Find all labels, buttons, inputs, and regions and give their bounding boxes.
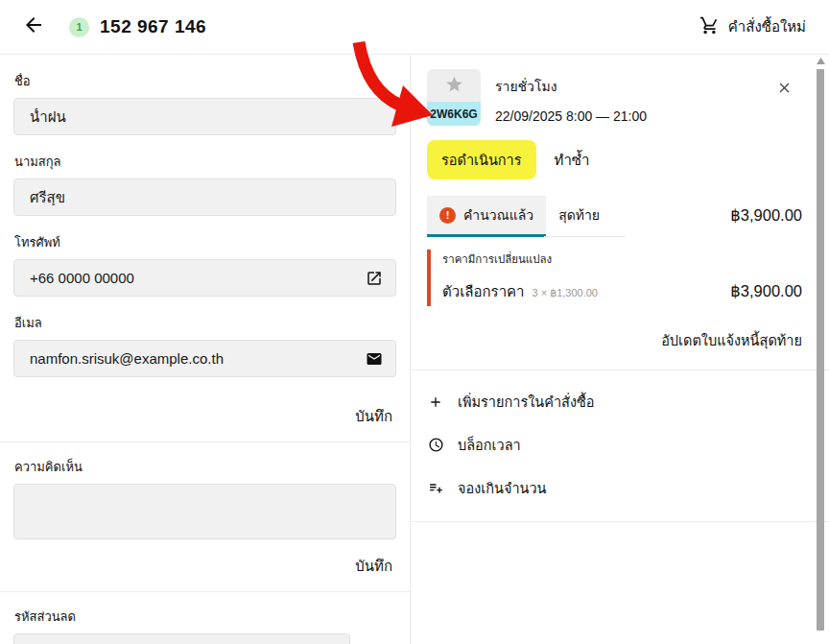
update-invoice-button[interactable]: อัปเดตใบแจ้งหนี้สุดท้าย (427, 329, 804, 351)
line-item-row: ตัวเลือกราคา 3 × ฿1,300.00 ฿3,900.00 (442, 280, 804, 303)
discount-section: รหัสส่วนลด ใช้ (13, 592, 396, 644)
last-name-input[interactable] (30, 189, 383, 205)
save-comment-button[interactable]: บันทึก (355, 555, 392, 578)
overbook-label: จองเกินจำนวน (458, 477, 547, 499)
save-contact-button[interactable]: บันทึก (355, 405, 392, 428)
booking-code-badge: 2W6K6G (427, 102, 481, 126)
divider (411, 370, 829, 370)
booking-thumbnail[interactable]: 2W6K6G (427, 69, 481, 126)
block-time-button[interactable]: บล็อกเวลา (427, 423, 804, 466)
first-name-field-wrap (13, 98, 396, 135)
vertical-scrollbar[interactable] (815, 55, 828, 644)
topbar: 1 152 967 146 คำสั่งซื้อใหม่ (0, 0, 829, 55)
email-label: อีเมล (14, 313, 396, 333)
comment-section: ความคิดเห็น บันทึก (13, 442, 396, 591)
arrow-left-icon (22, 13, 45, 40)
booking-panel: 2W6K6G รายชั่วโมง 22/09/2025 8:00 — 21:0… (411, 55, 829, 644)
line-item-name: ตัวเลือกราคา (442, 280, 525, 303)
comment-label: ความคิดเห็น (14, 457, 396, 477)
service-name: รายชั่วโมง (495, 76, 647, 97)
repeat-button[interactable]: ทำซ้ำ (555, 149, 590, 172)
block-time-label: บล็อกเวลา (458, 434, 521, 456)
first-name-input[interactable] (30, 108, 383, 125)
booking-header: 2W6K6G รายชั่วโมง 22/09/2025 8:00 — 21:0… (427, 69, 804, 126)
last-name-label: นามสกุล (14, 152, 396, 172)
add-order-item-button[interactable]: เพิ่มรายการในคำสั่งซื้อ (427, 380, 804, 423)
invoice-tab-row: ! คำนวณแล้ว สุดท้าย ฿3,900.00 (427, 196, 804, 235)
star-icon (444, 74, 464, 98)
alert-icon: ! (439, 207, 456, 224)
divider (411, 521, 829, 522)
booking-info: รายชั่วโมง 22/09/2025 8:00 — 21:00 (495, 69, 647, 126)
add-order-item-label: เพิ่มรายการในคำสั่งซื้อ (458, 391, 595, 413)
order-count-badge: 1 (69, 17, 89, 37)
booking-datetime: 22/09/2025 8:00 — 21:00 (495, 108, 647, 124)
new-order-button[interactable]: คำสั่งซื้อใหม่ (699, 15, 806, 38)
playlist-add-icon (427, 480, 444, 496)
comment-save-row: บันทึก (13, 543, 396, 591)
price-change-notice: ราคามีการเปลี่ยนแปลง (442, 250, 804, 268)
booking-actions: เพิ่มรายการในคำสั่งซื้อ บล็อกเวลา จองเกิ… (427, 380, 804, 510)
envelope-icon[interactable] (366, 350, 383, 368)
scrollbar-up-arrow-icon[interactable] (816, 58, 825, 65)
comment-textarea[interactable] (13, 484, 396, 539)
last-name-field-wrap (13, 179, 396, 216)
new-order-label: คำสั่งซื้อใหม่ (728, 15, 806, 38)
first-name-label: ชื่อ (14, 71, 396, 91)
tab-final[interactable]: สุดท้าย (546, 196, 612, 235)
back-button[interactable] (19, 12, 48, 41)
price-change-block: ราคามีการเปลี่ยนแปลง ตัวเลือกราคา 3 × ฿1… (427, 250, 804, 306)
close-icon (776, 80, 793, 100)
shopping-cart-icon (699, 15, 720, 38)
tab-calculated[interactable]: ! คำนวณแล้ว (427, 196, 546, 235)
content: ชื่อ นามสกุล โทรศัพท์ อีเมล (0, 55, 829, 644)
discount-row: ใช้ (13, 633, 396, 644)
line-item-amount: ฿3,900.00 (730, 282, 804, 300)
phone-input[interactable] (30, 270, 358, 286)
order-detail-screen: 1 152 967 146 คำสั่งซื้อใหม่ ชื่อ นามสกุ… (0, 0, 829, 644)
close-booking-button[interactable] (771, 77, 796, 102)
open-in-new-icon[interactable] (366, 270, 383, 287)
contact-save-row: บันทึก (13, 394, 396, 441)
page-title: 152 967 146 (100, 16, 206, 37)
clock-icon (427, 437, 444, 453)
line-item-quantity: 3 × ฿1,300.00 (533, 287, 598, 299)
email-input[interactable] (30, 350, 358, 367)
overbook-button[interactable]: จองเกินจำนวน (427, 466, 804, 510)
invoice-total: ฿3,900.00 (730, 206, 804, 225)
status-badge[interactable]: รอดำเนินการ (427, 140, 536, 179)
customer-panel: ชื่อ นามสกุล โทรศัพท์ อีเมล (0, 55, 411, 644)
invoice-tabs: ! คำนวณแล้ว สุดท้าย (427, 196, 612, 235)
status-row: รอดำเนินการ ทำซ้ำ (427, 140, 804, 179)
plus-icon (427, 394, 444, 410)
thumbnail-star-area (427, 69, 481, 102)
scrollbar-thumb[interactable] (817, 69, 824, 631)
phone-field-wrap (13, 259, 396, 297)
discount-field-wrap (13, 633, 350, 644)
email-field-wrap (13, 340, 396, 377)
tab-calculated-label: คำนวณแล้ว (463, 204, 533, 226)
discount-label: รหัสส่วนลด (14, 607, 396, 627)
phone-label: โทรศัพท์ (14, 232, 396, 252)
tab-final-label: สุดท้าย (558, 204, 600, 226)
